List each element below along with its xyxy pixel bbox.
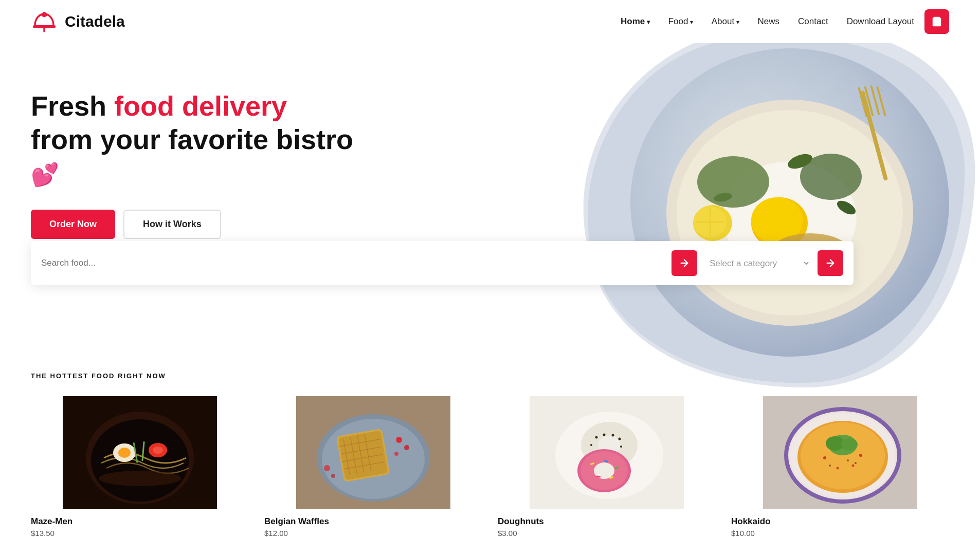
svg-point-30 — [118, 448, 131, 458]
logo-area: Citadela — [31, 11, 125, 32]
svg-point-10 — [697, 156, 769, 208]
category-select-wrap: Select a category Burgers Pizza Sushi Sa… — [707, 250, 843, 276]
food-card-name-soup: Hokkaido — [731, 516, 949, 527]
svg-point-84 — [823, 456, 826, 459]
nav-item-news[interactable]: News — [758, 16, 780, 27]
svg-point-89 — [847, 459, 849, 461]
svg-point-60 — [595, 436, 598, 439]
svg-point-64 — [620, 446, 622, 448]
svg-point-87 — [852, 465, 855, 467]
svg-point-90 — [855, 462, 857, 464]
search-input-wrap — [41, 258, 663, 268]
svg-point-54 — [331, 474, 335, 478]
svg-point-50 — [396, 437, 402, 443]
food-card-name-waffles: Belgian Waffles — [264, 516, 482, 527]
svg-point-83 — [841, 438, 858, 451]
cart-icon — [931, 16, 942, 27]
food-grid: Maze-Men $13.50 — [31, 396, 949, 537]
food-card-name-donuts: Doughnuts — [498, 516, 716, 527]
hero-content: Fresh food delivery from your favorite b… — [31, 74, 360, 270]
svg-point-52 — [394, 452, 398, 456]
how-it-works-button[interactable]: How it Works — [123, 210, 221, 239]
nav-item-about[interactable]: About — [712, 16, 739, 27]
page-wrapper: Citadela Home Food About News Contact Do… — [0, 0, 980, 537]
category-select[interactable]: Select a category Burgers Pizza Sushi Sa… — [707, 258, 810, 269]
svg-point-80 — [801, 422, 885, 489]
food-card-name-mazemen: Maze-Men — [31, 516, 249, 527]
food-card-img-mazemen — [31, 396, 249, 509]
svg-rect-2 — [43, 12, 46, 15]
food-card-waffles[interactable]: Belgian Waffles $12.00 — [264, 396, 482, 537]
hero-buttons: Order Now How it Works — [31, 210, 360, 239]
svg-rect-41 — [338, 430, 388, 480]
food-card-price-soup: $10.00 — [731, 529, 949, 537]
food-card-price-mazemen: $13.50 — [31, 529, 249, 537]
order-now-button[interactable]: Order Now — [31, 210, 115, 239]
svg-point-85 — [859, 454, 862, 457]
hero-section: Fresh food delivery from your favorite b… — [0, 43, 980, 321]
hero-headline: Fresh food delivery from your favorite b… — [31, 89, 360, 189]
svg-point-51 — [404, 445, 409, 450]
logo-icon — [31, 11, 58, 32]
nav-item-contact[interactable]: Contact — [798, 16, 828, 27]
headline-highlight: food delivery — [114, 90, 287, 121]
nav-item-download[interactable]: Download Layout — [847, 16, 914, 27]
svg-point-53 — [324, 465, 330, 471]
svg-point-63 — [619, 438, 621, 440]
svg-point-88 — [829, 465, 831, 467]
food-card-mazemen[interactable]: Maze-Men $13.50 — [31, 396, 249, 537]
headline-emoji: 💕 — [31, 162, 59, 187]
nav-item-home[interactable]: Home — [621, 16, 650, 27]
food-card-price-donuts: $3.00 — [498, 529, 716, 537]
headline-from: from your favorite bistro — [31, 124, 353, 155]
svg-point-62 — [612, 434, 614, 437]
nav-item-food[interactable]: Food — [668, 16, 693, 27]
category-submit-button[interactable] — [818, 250, 843, 276]
section-title: THE HOTTEST FOOD RIGHT NOW — [31, 372, 949, 380]
svg-point-86 — [837, 467, 839, 470]
logo-text: Citadela — [65, 13, 125, 30]
svg-point-61 — [603, 434, 606, 436]
search-input[interactable] — [41, 258, 652, 268]
food-card-img-donuts — [498, 396, 716, 509]
food-card-soup[interactable]: Hokkaido $10.00 — [731, 396, 949, 537]
hottest-section: THE HOTTEST FOOD RIGHT NOW — [0, 321, 980, 537]
food-card-donuts[interactable]: Doughnuts $3.00 — [498, 396, 716, 537]
headline-fresh: Fresh — [31, 90, 114, 121]
svg-point-32 — [153, 447, 163, 454]
svg-point-35 — [99, 471, 181, 486]
food-card-img-soup — [731, 396, 949, 509]
svg-point-65 — [590, 444, 592, 446]
food-card-img-waffles — [264, 396, 482, 509]
food-card-price-waffles: $12.00 — [264, 529, 482, 537]
nav-links: Home Food About News Contact Download La… — [621, 16, 914, 27]
search-bar: Select a category Burgers Pizza Sushi Sa… — [31, 241, 854, 285]
cart-button[interactable] — [924, 9, 949, 34]
search-submit-button[interactable] — [672, 250, 697, 276]
arrow-right-icon — [679, 257, 690, 269]
navbar: Citadela Home Food About News Contact Do… — [0, 0, 980, 43]
arrow-right-icon-2 — [825, 257, 836, 269]
